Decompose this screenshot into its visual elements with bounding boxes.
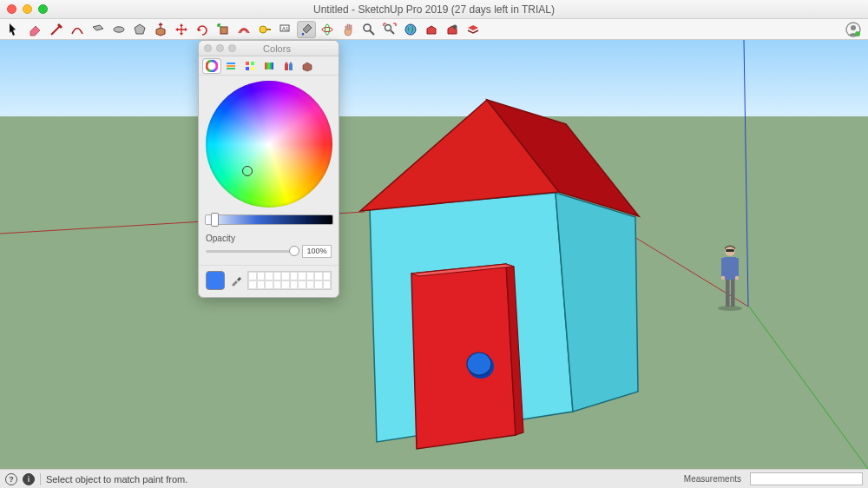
brightness-slider[interactable] [205,214,333,225]
measurements-label: Measurements [684,474,741,484]
colors-panel[interactable]: Colors Opacity 100% [198,40,339,298]
tape-tool[interactable] [255,21,274,38]
zoom-extents-tool[interactable] [380,21,399,38]
line-tool[interactable] [47,21,66,38]
offset-tool[interactable] [234,21,253,38]
pushpull-tool[interactable] [151,21,170,38]
svg-rect-27 [227,68,235,69]
color-picker-tabs [199,56,339,76]
svg-rect-30 [246,67,249,70]
color-spectrum-tab[interactable] [260,58,279,74]
help-icon[interactable]: ? [5,473,17,485]
svg-rect-18 [721,258,725,277]
opacity-slider[interactable] [206,250,299,253]
svg-rect-29 [251,62,254,65]
info-icon[interactable]: i [23,473,35,485]
door-knob [467,353,491,375]
svg-rect-23 [726,249,734,252]
colors-panel-header[interactable]: Colors [199,41,339,56]
svg-rect-17 [731,278,735,307]
eraser-tool[interactable] [26,21,45,38]
rotate-tool[interactable] [193,21,212,38]
svg-rect-14 [0,40,868,116]
colors-panel-title: Colors [215,43,339,54]
polygon-tool[interactable] [130,21,149,38]
svg-rect-32 [265,63,273,69]
window-controls [7,4,48,14]
svg-rect-31 [251,67,254,70]
svg-point-0 [114,26,124,31]
svg-rect-16 [726,278,730,307]
svg-point-20 [721,276,725,280]
select-tool[interactable] [5,21,24,38]
measurements-field[interactable] [750,472,863,485]
maximize-window-button[interactable] [38,4,48,14]
svg-point-7 [364,24,371,31]
eyedropper-icon[interactable] [230,274,242,287]
svg-point-8 [385,24,391,30]
color-sliders-tab[interactable] [221,58,240,74]
svg-point-15 [718,306,742,311]
user-account-icon[interactable] [845,22,861,37]
door-front [411,264,516,449]
opacity-label: Opacity [206,234,332,243]
current-color-swatch[interactable] [206,271,225,290]
swatch-wells[interactable] [247,271,332,290]
materials-tab[interactable] [298,58,317,74]
opacity-value-field[interactable]: 100% [302,245,332,258]
color-wheel-tab[interactable] [202,58,221,74]
text-tool[interactable]: A1 [276,21,295,38]
svg-rect-1 [220,27,227,34]
add-location-tool[interactable] [401,21,420,38]
svg-point-24 [207,61,217,71]
svg-point-13 [855,31,860,36]
status-bar: ? i Select object to match paint from. M… [0,469,868,488]
extension-warehouse-tool[interactable] [443,21,462,38]
pan-tool[interactable] [339,21,358,38]
move-tool[interactable] [172,21,191,38]
svg-point-5 [322,27,332,31]
arc-tool[interactable] [68,21,87,38]
color-wheel-marker[interactable] [242,166,253,176]
warehouse-tool[interactable] [422,21,441,38]
paint-tool[interactable] [297,21,316,38]
close-window-button[interactable] [7,4,16,14]
orbit-tool[interactable] [318,21,337,38]
color-palette-tab[interactable] [240,58,260,74]
opacity-slider-thumb[interactable] [289,246,299,256]
minimize-window-button[interactable] [23,4,32,14]
rectangle-tool[interactable] [89,21,108,38]
svg-rect-19 [735,258,739,277]
svg-point-10 [453,24,457,29]
svg-rect-26 [227,65,235,67]
svg-point-12 [851,25,856,30]
model-viewport[interactable] [0,40,868,469]
svg-rect-28 [246,62,249,65]
svg-rect-25 [227,63,235,64]
color-wheel[interactable] [206,81,332,208]
zoom-tool[interactable] [359,21,378,38]
svg-point-21 [735,276,739,280]
svg-point-2 [260,26,266,33]
svg-point-6 [326,24,330,35]
window-titlebar: Untitled - SketchUp Pro 2019 (27 days le… [0,0,868,19]
window-title: Untitled - SketchUp Pro 2019 (27 days le… [0,3,868,16]
svg-text:A1: A1 [282,26,289,31]
scale-tool[interactable] [214,21,233,38]
circle-tool[interactable] [109,21,128,38]
status-hint: Select object to match paint from. [46,474,679,485]
main-toolbar: A1 [0,19,868,40]
panel-close-button[interactable] [204,44,212,52]
layers-tool[interactable] [464,21,483,38]
color-crayons-tab[interactable] [279,58,298,74]
svg-point-9 [405,24,416,35]
brightness-slider-thumb[interactable] [211,213,219,227]
